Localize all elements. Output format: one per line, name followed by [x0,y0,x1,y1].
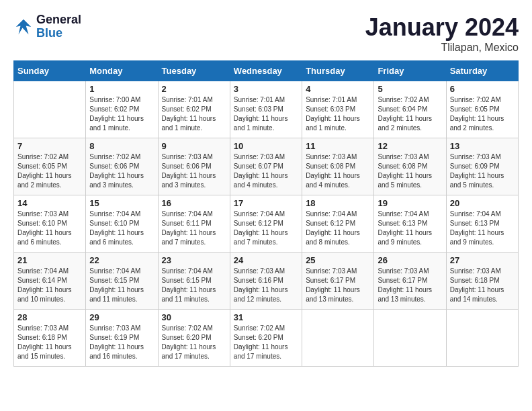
calendar-cell: 3Sunrise: 7:01 AM Sunset: 6:03 PM Daylig… [230,81,302,138]
day-number: 10 [234,141,298,151]
cell-info: Sunrise: 7:04 AM Sunset: 6:11 PM Dayligh… [162,210,226,247]
month-title: January 2024 [365,13,519,42]
calendar-cell: 29Sunrise: 7:03 AM Sunset: 6:19 PM Dayli… [86,310,158,367]
page-header: General Blue January 2024 Tlilapan, Mexi… [13,13,519,54]
day-number: 18 [306,198,370,208]
cell-info: Sunrise: 7:04 AM Sunset: 6:13 PM Dayligh… [378,210,442,247]
cell-info: Sunrise: 7:04 AM Sunset: 6:15 PM Dayligh… [162,267,226,304]
calendar-cell: 17Sunrise: 7:04 AM Sunset: 6:12 PM Dayli… [230,195,302,253]
day-number: 20 [450,198,515,208]
day-number: 12 [378,141,442,151]
title-block: January 2024 Tlilapan, Mexico [365,13,519,54]
cell-info: Sunrise: 7:04 AM Sunset: 6:14 PM Dayligh… [17,267,82,304]
calendar-header-row: SundayMondayTuesdayWednesdayThursdayFrid… [14,61,519,81]
calendar-cell: 12Sunrise: 7:03 AM Sunset: 6:08 PM Dayli… [374,138,446,195]
calendar-cell: 26Sunrise: 7:03 AM Sunset: 6:17 PM Dayli… [374,253,446,310]
calendar-cell: 2Sunrise: 7:01 AM Sunset: 6:02 PM Daylig… [158,81,230,138]
calendar-cell: 6Sunrise: 7:02 AM Sunset: 6:05 PM Daylig… [446,81,518,138]
calendar-cell: 14Sunrise: 7:03 AM Sunset: 6:10 PM Dayli… [14,195,86,253]
calendar-cell: 5Sunrise: 7:02 AM Sunset: 6:04 PM Daylig… [374,81,446,138]
cell-info: Sunrise: 7:04 AM Sunset: 6:10 PM Dayligh… [89,210,154,247]
calendar-cell: 22Sunrise: 7:04 AM Sunset: 6:15 PM Dayli… [86,253,158,310]
column-header-sunday: Sunday [14,61,86,81]
calendar-cell: 7Sunrise: 7:02 AM Sunset: 6:05 PM Daylig… [14,138,86,195]
column-header-wednesday: Wednesday [230,61,302,81]
day-number: 7 [17,141,82,151]
day-number: 30 [162,312,226,322]
calendar-table: SundayMondayTuesdayWednesdayThursdayFrid… [13,60,519,367]
cell-info: Sunrise: 7:04 AM Sunset: 6:12 PM Dayligh… [234,210,298,247]
cell-info: Sunrise: 7:03 AM Sunset: 6:06 PM Dayligh… [162,152,226,190]
cell-info: Sunrise: 7:01 AM Sunset: 6:02 PM Dayligh… [162,95,226,133]
calendar-cell: 21Sunrise: 7:04 AM Sunset: 6:14 PM Dayli… [14,253,86,310]
day-number: 25 [306,255,370,265]
cell-info: Sunrise: 7:02 AM Sunset: 6:06 PM Dayligh… [89,152,154,190]
day-number: 5 [378,84,442,94]
cell-info: Sunrise: 7:03 AM Sunset: 6:18 PM Dayligh… [17,324,82,361]
day-number: 27 [450,255,515,265]
day-number: 16 [162,198,226,208]
day-number: 31 [234,312,298,322]
cell-info: Sunrise: 7:01 AM Sunset: 6:03 PM Dayligh… [306,95,370,133]
calendar-cell: 20Sunrise: 7:04 AM Sunset: 6:13 PM Dayli… [446,195,518,253]
calendar-cell: 27Sunrise: 7:03 AM Sunset: 6:18 PM Dayli… [446,253,518,310]
column-header-thursday: Thursday [302,61,374,81]
day-number: 22 [89,255,154,265]
cell-info: Sunrise: 7:03 AM Sunset: 6:08 PM Dayligh… [306,152,370,190]
cell-info: Sunrise: 7:01 AM Sunset: 6:03 PM Dayligh… [234,95,298,133]
cell-info: Sunrise: 7:03 AM Sunset: 6:18 PM Dayligh… [450,267,515,304]
cell-info: Sunrise: 7:00 AM Sunset: 6:02 PM Dayligh… [89,95,154,133]
calendar-cell [374,310,446,367]
cell-info: Sunrise: 7:03 AM Sunset: 6:17 PM Dayligh… [306,267,370,304]
calendar-cell: 25Sunrise: 7:03 AM Sunset: 6:17 PM Dayli… [302,253,374,310]
week-row-1: 1Sunrise: 7:00 AM Sunset: 6:02 PM Daylig… [14,81,519,138]
calendar-cell: 13Sunrise: 7:03 AM Sunset: 6:09 PM Dayli… [446,138,518,195]
calendar-cell: 19Sunrise: 7:04 AM Sunset: 6:13 PM Dayli… [374,195,446,253]
cell-info: Sunrise: 7:04 AM Sunset: 6:13 PM Dayligh… [450,210,515,247]
day-number: 28 [17,312,82,322]
column-header-saturday: Saturday [446,61,518,81]
day-number: 29 [89,312,154,322]
calendar-cell: 23Sunrise: 7:04 AM Sunset: 6:15 PM Dayli… [158,253,230,310]
column-header-monday: Monday [86,61,158,81]
day-number: 8 [89,141,154,151]
calendar-cell: 16Sunrise: 7:04 AM Sunset: 6:11 PM Dayli… [158,195,230,253]
calendar-cell [302,310,374,367]
week-row-4: 21Sunrise: 7:04 AM Sunset: 6:14 PM Dayli… [14,253,519,310]
cell-info: Sunrise: 7:02 AM Sunset: 6:20 PM Dayligh… [234,324,298,361]
calendar-cell [14,81,86,138]
column-header-friday: Friday [374,61,446,81]
day-number: 13 [450,141,515,151]
day-number: 17 [234,198,298,208]
cell-info: Sunrise: 7:03 AM Sunset: 6:08 PM Dayligh… [378,152,442,190]
cell-info: Sunrise: 7:03 AM Sunset: 6:16 PM Dayligh… [234,267,298,304]
day-number: 4 [306,84,370,94]
cell-info: Sunrise: 7:02 AM Sunset: 6:05 PM Dayligh… [450,95,515,133]
location: Tlilapan, Mexico [365,42,519,54]
day-number: 6 [450,84,515,94]
cell-info: Sunrise: 7:02 AM Sunset: 6:04 PM Dayligh… [378,95,442,133]
day-number: 1 [89,84,154,94]
logo-text: General Blue [36,13,81,40]
cell-info: Sunrise: 7:02 AM Sunset: 6:05 PM Dayligh… [17,152,82,190]
calendar-cell: 18Sunrise: 7:04 AM Sunset: 6:12 PM Dayli… [302,195,374,253]
logo: General Blue [13,13,81,40]
week-row-3: 14Sunrise: 7:03 AM Sunset: 6:10 PM Dayli… [14,195,519,253]
calendar-cell: 11Sunrise: 7:03 AM Sunset: 6:08 PM Dayli… [302,138,374,195]
day-number: 23 [162,255,226,265]
day-number: 26 [378,255,442,265]
cell-info: Sunrise: 7:02 AM Sunset: 6:20 PM Dayligh… [162,324,226,361]
day-number: 21 [17,255,82,265]
cell-info: Sunrise: 7:04 AM Sunset: 6:12 PM Dayligh… [306,210,370,247]
calendar-cell: 8Sunrise: 7:02 AM Sunset: 6:06 PM Daylig… [86,138,158,195]
column-header-tuesday: Tuesday [158,61,230,81]
calendar-cell: 10Sunrise: 7:03 AM Sunset: 6:07 PM Dayli… [230,138,302,195]
cell-info: Sunrise: 7:03 AM Sunset: 6:10 PM Dayligh… [17,210,82,247]
day-number: 15 [89,198,154,208]
cell-info: Sunrise: 7:03 AM Sunset: 6:19 PM Dayligh… [89,324,154,361]
week-row-2: 7Sunrise: 7:02 AM Sunset: 6:05 PM Daylig… [14,138,519,195]
calendar-cell: 24Sunrise: 7:03 AM Sunset: 6:16 PM Dayli… [230,253,302,310]
calendar-cell: 31Sunrise: 7:02 AM Sunset: 6:20 PM Dayli… [230,310,302,367]
svg-marker-0 [16,19,32,35]
cell-info: Sunrise: 7:03 AM Sunset: 6:09 PM Dayligh… [450,152,515,190]
